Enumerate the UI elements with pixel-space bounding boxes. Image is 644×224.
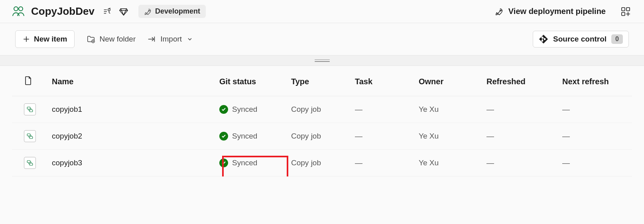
new-item-label: New item <box>34 35 67 44</box>
chevron-down-icon <box>187 37 192 42</box>
environment-badge[interactable]: Development <box>138 5 206 18</box>
view-deployment-pipeline-button[interactable]: View deployment pipeline <box>492 5 609 18</box>
svg-rect-6 <box>626 8 630 11</box>
table-header-row: Name Git status Type Task Owner Refreshe… <box>12 66 632 96</box>
import-icon <box>148 36 156 43</box>
file-icon <box>25 76 32 87</box>
source-control-button[interactable]: Source control 0 <box>533 31 629 48</box>
col-git-status[interactable]: Git status <box>215 66 287 96</box>
workspace-header: CopyJobDev Development View deployment <box>0 0 644 23</box>
svg-rect-18 <box>30 163 33 165</box>
cell-git-status: Synced <box>232 159 257 167</box>
cell-type: Copy job <box>287 96 351 123</box>
table-row[interactable]: copyjob1 Synced Copy job — Ye Xu — — <box>12 96 632 123</box>
cell-refreshed: — <box>483 150 558 176</box>
cell-next-refresh: — <box>558 123 632 150</box>
source-control-count: 0 <box>611 34 623 44</box>
deploy-link-label: View deployment pipeline <box>508 7 606 16</box>
col-icon[interactable] <box>12 66 48 96</box>
cell-task: — <box>351 123 415 150</box>
cell-name[interactable]: copyjob1 <box>48 96 215 123</box>
cell-type: Copy job <box>287 150 351 176</box>
cell-owner: Ye Xu <box>415 123 483 150</box>
col-type[interactable]: Type <box>287 66 351 96</box>
workspace-title: CopyJobDev <box>31 5 95 18</box>
cell-refreshed: — <box>483 96 558 123</box>
svg-point-1 <box>19 7 23 11</box>
svg-rect-15 <box>27 134 30 136</box>
cell-name[interactable]: copyjob3 <box>48 150 215 176</box>
col-name[interactable]: Name <box>48 66 215 96</box>
cell-task: — <box>351 150 415 176</box>
source-control-label: Source control <box>553 35 607 44</box>
cell-type: Copy job <box>287 123 351 150</box>
copyjob-item-icon <box>24 157 36 169</box>
cell-git-status: Synced <box>232 132 257 141</box>
svg-rect-16 <box>30 137 33 139</box>
new-folder-label: New folder <box>99 35 136 44</box>
cell-owner: Ye Xu <box>415 150 483 176</box>
svg-point-11 <box>544 38 545 40</box>
cell-next-refresh: — <box>558 96 632 123</box>
cell-refreshed: — <box>483 123 558 150</box>
cell-git-status: Synced <box>232 105 257 114</box>
new-folder-button[interactable]: New folder <box>87 35 136 44</box>
grip-icon <box>315 59 330 62</box>
items-table: Name Git status Type Task Owner Refreshe… <box>12 66 632 176</box>
table-row[interactable]: copyjob3 Synced Copy job — Ye Xu — — <box>12 150 632 176</box>
copyjob-item-icon <box>24 130 36 142</box>
cell-name[interactable]: copyjob2 <box>48 123 215 150</box>
workspace-icon <box>12 6 26 18</box>
col-owner[interactable]: Owner <box>415 66 483 96</box>
rocket-icon <box>495 7 504 16</box>
svg-point-12 <box>542 40 543 41</box>
plus-icon <box>23 36 30 43</box>
svg-rect-13 <box>27 107 30 109</box>
svg-point-0 <box>14 7 18 11</box>
svg-marker-9 <box>539 35 548 44</box>
synced-check-icon <box>219 159 228 167</box>
svg-rect-7 <box>622 12 625 16</box>
folder-plus-icon <box>87 35 95 44</box>
cell-next-refresh: — <box>558 150 632 176</box>
synced-check-icon <box>219 105 228 114</box>
table-row[interactable]: copyjob2 Synced Copy job — Ye Xu — — <box>12 123 632 150</box>
environment-label: Development <box>155 7 200 16</box>
premium-diamond-icon[interactable] <box>118 6 130 18</box>
import-button[interactable]: Import <box>148 35 192 44</box>
git-branch-icon <box>539 34 548 44</box>
svg-rect-17 <box>27 161 30 163</box>
create-task-flow-icon[interactable] <box>101 6 113 18</box>
svg-point-4 <box>500 10 501 11</box>
cell-owner: Ye Xu <box>415 96 483 123</box>
col-next[interactable]: Next refresh <box>558 66 632 96</box>
svg-point-2 <box>108 8 110 11</box>
import-label: Import <box>160 35 182 44</box>
col-task[interactable]: Task <box>351 66 415 96</box>
svg-rect-14 <box>30 110 33 112</box>
items-table-wrap: Name Git status Type Task Owner Refreshe… <box>0 66 644 176</box>
svg-rect-5 <box>622 8 625 11</box>
rocket-icon <box>144 8 152 16</box>
synced-check-icon <box>219 132 228 141</box>
toolbar: New item New folder Import <box>0 23 644 56</box>
col-refreshed[interactable]: Refreshed <box>483 66 558 96</box>
svg-point-10 <box>542 37 543 38</box>
new-item-button[interactable]: New item <box>15 30 75 48</box>
copyjob-item-icon <box>24 103 36 115</box>
cell-task: — <box>351 96 415 123</box>
resize-grip-bar[interactable] <box>0 56 644 66</box>
app-switcher-icon[interactable] <box>619 5 632 18</box>
svg-point-3 <box>148 10 150 11</box>
